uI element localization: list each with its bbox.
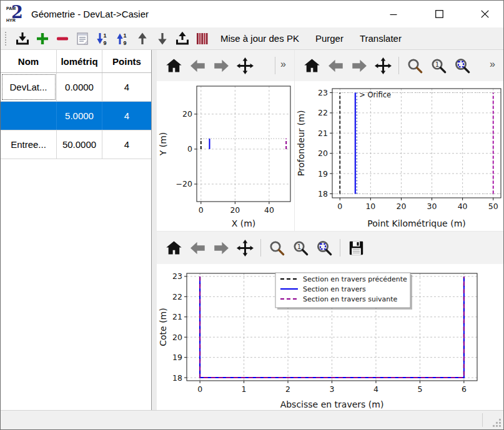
cell-points[interactable]: 4 xyxy=(102,73,151,101)
svg-text:0: 0 xyxy=(199,205,204,215)
update-pk-button[interactable]: Mise à jour des PK xyxy=(212,33,307,44)
pan-icon xyxy=(375,57,392,74)
cross-section-panel: 1 0123456181920212223Abscisse en travers… xyxy=(157,231,503,410)
svg-text:20: 20 xyxy=(182,109,192,119)
home-button[interactable] xyxy=(302,54,322,77)
app-window: PAM 2 HYR Géometrie - DevLat->Casier xyxy=(0,0,504,430)
back-button[interactable] xyxy=(187,54,207,77)
zoom-rect-button[interactable] xyxy=(314,237,334,259)
toolbar-separator xyxy=(398,57,399,74)
cell-pk[interactable]: 0.0000 xyxy=(57,73,102,101)
zoom-original-button[interactable]: 1 xyxy=(428,54,448,77)
export-button[interactable] xyxy=(173,29,192,47)
home-button[interactable] xyxy=(164,237,184,259)
toolbar-separator xyxy=(260,239,261,257)
close-button[interactable] xyxy=(470,4,499,24)
top-plots-row: » 02040−20020X (m)Y (m) xyxy=(157,50,503,231)
table-row[interactable]: Entree... 50.0000 4 xyxy=(1,130,151,159)
svg-text:1: 1 xyxy=(123,32,126,38)
header-kilometrique[interactable]: lométriq xyxy=(57,50,102,72)
toolbar-drag-handle[interactable] xyxy=(5,32,8,46)
zoom-original-button[interactable]: 1 xyxy=(290,237,310,259)
svg-text:1: 1 xyxy=(242,384,247,394)
back-button[interactable] xyxy=(187,237,207,259)
svg-text:Y (m): Y (m) xyxy=(158,132,168,157)
zoom-icon xyxy=(269,240,285,257)
pan-button[interactable] xyxy=(235,237,255,259)
zoom-button[interactable] xyxy=(405,54,425,77)
purge-button[interactable]: Purger xyxy=(307,33,352,44)
toolbar-overflow-button[interactable]: » xyxy=(279,59,289,72)
toolbar-separator xyxy=(340,239,340,257)
plan-view-chart[interactable]: 02040−20020X (m)Y (m) xyxy=(157,81,294,233)
back-icon xyxy=(189,57,206,74)
cell-nom[interactable]: Entree... xyxy=(1,130,57,159)
header-nom[interactable]: Nom xyxy=(1,50,57,72)
remove-icon xyxy=(55,31,70,46)
home-icon xyxy=(166,57,182,74)
close-icon xyxy=(481,10,489,18)
main-area: Nom lométriq Points DevLat... 0.0000 4 5… xyxy=(1,50,503,410)
zoom-button[interactable] xyxy=(267,237,287,259)
profile-chart[interactable]: 01020304050181920212223Point Kilométriqu… xyxy=(295,81,503,233)
edit-button[interactable] xyxy=(73,29,92,47)
zoom-rect-icon xyxy=(454,57,471,74)
minimize-button[interactable] xyxy=(379,4,408,24)
cross-section-chart[interactable]: 0123456181920212223Abscisse en travers (… xyxy=(157,264,503,414)
cell-points[interactable]: 4 xyxy=(102,102,151,130)
svg-text:22: 22 xyxy=(172,292,182,301)
toolbar-overflow-button[interactable]: » xyxy=(488,59,498,72)
sort-descending-button[interactable]: 19 xyxy=(93,29,112,47)
move-down-button[interactable] xyxy=(153,29,172,47)
zoom-1-icon: 1 xyxy=(430,57,447,74)
svg-text:50: 50 xyxy=(488,202,498,211)
svg-text:3: 3 xyxy=(330,384,335,394)
sort-down-icon: 19 xyxy=(95,31,110,46)
back-button[interactable] xyxy=(325,54,345,77)
window-controls xyxy=(379,4,503,24)
svg-text:40: 40 xyxy=(264,205,274,215)
pan-icon xyxy=(237,240,254,257)
forward-button[interactable] xyxy=(349,54,369,77)
logo-text-bottom: HYR xyxy=(6,18,16,22)
translate-button[interactable]: Translater xyxy=(352,33,410,44)
pan-button[interactable] xyxy=(373,54,393,77)
cell-pk[interactable]: 5.0000 xyxy=(57,102,102,130)
update-sections-button[interactable] xyxy=(193,29,212,47)
save-button[interactable] xyxy=(346,237,366,259)
cell-nom[interactable] xyxy=(1,102,57,130)
toolbar-separator xyxy=(275,57,275,74)
import-button[interactable] xyxy=(13,29,32,47)
header-points[interactable]: Points xyxy=(102,50,151,72)
cell-points[interactable]: 4 xyxy=(102,130,151,159)
export-icon xyxy=(175,31,190,46)
table-empty-area xyxy=(1,159,151,410)
table-row-selected[interactable]: 5.0000 4 xyxy=(1,102,151,130)
cell-pk[interactable]: 50.0000 xyxy=(57,130,102,159)
table-row[interactable]: DevLat... 0.0000 4 xyxy=(1,73,151,102)
back-icon xyxy=(189,240,206,257)
svg-text:22: 22 xyxy=(318,108,328,117)
svg-text:21: 21 xyxy=(318,129,328,138)
zoom-rect-button[interactable] xyxy=(452,54,472,77)
svg-text:X (m): X (m) xyxy=(232,218,256,228)
zoom-rect-icon xyxy=(316,240,333,257)
resize-grip-icon[interactable] xyxy=(493,419,502,428)
home-icon xyxy=(304,57,320,74)
move-up-button[interactable] xyxy=(133,29,152,47)
vertical-splitter[interactable] xyxy=(152,50,157,410)
sort-ascending-button[interactable]: 19 xyxy=(113,29,132,47)
home-button[interactable] xyxy=(164,54,184,77)
forward-button[interactable] xyxy=(211,54,231,77)
cell-nom[interactable]: DevLat... xyxy=(1,73,57,101)
svg-text:20: 20 xyxy=(172,333,182,342)
svg-text:> Orifice: > Orifice xyxy=(359,90,391,99)
add-button[interactable] xyxy=(33,29,52,47)
minimize-icon xyxy=(390,11,397,18)
maximize-button[interactable] xyxy=(425,4,453,24)
pan-button[interactable] xyxy=(235,54,255,77)
forward-button[interactable] xyxy=(211,237,231,259)
remove-button[interactable] xyxy=(53,29,72,47)
profile-panel: 1 » 01020304050181920212223Point Kilomét… xyxy=(294,50,503,231)
svg-text:Point Kilométrique (m): Point Kilométrique (m) xyxy=(367,218,466,228)
